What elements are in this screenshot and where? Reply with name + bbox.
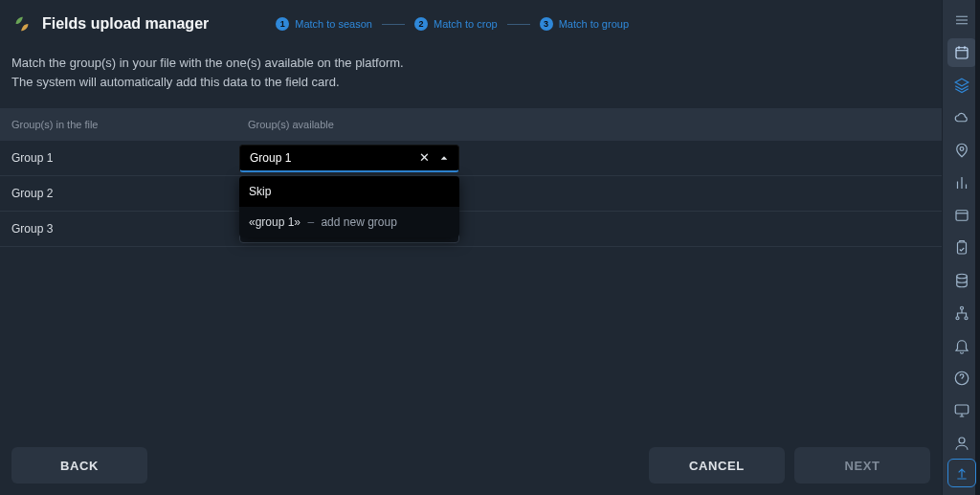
add-new-label: add new group (321, 215, 396, 229)
add-new-quote: «group 1» (249, 215, 301, 229)
right-rail (942, 0, 980, 495)
step-3[interactable]: 3 Match to group (540, 17, 629, 31)
calendar-icon[interactable] (947, 38, 976, 67)
step-indicator: 1 Match to season 2 Match to crop 3 Matc… (276, 17, 629, 31)
menu-icon[interactable] (947, 6, 976, 34)
svg-point-1 (960, 147, 964, 151)
group-file-label: Group 1 (0, 151, 236, 165)
step-2[interactable]: 2 Match to crop (414, 17, 498, 31)
chevron-up-icon[interactable] (439, 153, 449, 163)
svg-rect-9 (955, 405, 969, 414)
close-icon[interactable]: ✕ (419, 151, 430, 164)
svg-point-7 (965, 317, 968, 320)
clipboard-icon[interactable] (947, 234, 976, 262)
user-icon[interactable] (947, 429, 976, 458)
svg-rect-0 (956, 48, 968, 58)
group-file-label: Group 3 (0, 222, 236, 236)
page-title: Fields upload manager (42, 15, 209, 33)
window-icon[interactable] (947, 201, 976, 230)
svg-point-4 (956, 274, 967, 279)
app-logo (11, 13, 33, 34)
next-button[interactable]: NEXT (794, 447, 930, 484)
step-1[interactable]: 1 Match to season (276, 17, 372, 31)
layers-icon[interactable] (947, 71, 976, 100)
add-new-dash: – (307, 215, 314, 229)
table-row: Group 1 Group 1 ✕ Skip «group 1» – (0, 141, 942, 176)
column-header-available: Group(s) available (236, 119, 942, 130)
svg-rect-2 (956, 211, 968, 221)
hierarchy-icon[interactable] (947, 299, 976, 327)
scrollbar[interactable] (975, 0, 980, 495)
step-1-label: Match to season (295, 18, 372, 30)
database-icon[interactable] (947, 266, 976, 295)
step-1-badge: 1 (276, 17, 289, 31)
step-3-badge: 3 (540, 17, 553, 31)
page-description: Match the group(s) in your file with the… (0, 44, 431, 108)
pin-icon[interactable] (947, 136, 976, 165)
table-row: Group 3 Group name (0, 212, 942, 247)
help-icon[interactable] (947, 364, 976, 393)
group-select-dropdown: Skip «group 1» – add new group (239, 176, 459, 237)
cancel-button[interactable]: CANCEL (649, 447, 785, 484)
select-value: Group 1 (250, 151, 291, 165)
back-button[interactable]: BACK (11, 447, 147, 484)
cloud-icon[interactable] (947, 103, 976, 132)
svg-point-6 (956, 317, 959, 320)
step-3-label: Match to group (559, 18, 629, 30)
bar-chart-icon[interactable] (947, 169, 976, 197)
group-select[interactable]: Group 1 ✕ (239, 145, 459, 172)
column-header-file: Group(s) in the file (0, 119, 236, 130)
svg-rect-3 (957, 242, 966, 254)
step-2-badge: 2 (414, 17, 428, 31)
group-file-label: Group 2 (0, 187, 236, 200)
monitor-icon[interactable] (947, 396, 976, 425)
step-connector (507, 24, 530, 25)
dropdown-option-add-new[interactable]: «group 1» – add new group (239, 207, 459, 237)
table-header: Group(s) in the file Group(s) available (0, 108, 942, 141)
svg-point-5 (960, 306, 963, 309)
footer-actions: BACK CANCEL NEXT (0, 436, 942, 495)
dropdown-option-skip[interactable]: Skip (239, 176, 459, 207)
svg-point-10 (959, 438, 965, 443)
step-connector (382, 24, 405, 25)
step-2-label: Match to crop (434, 18, 498, 30)
bell-icon[interactable] (947, 331, 976, 360)
table-row: Group 2 Group name (0, 176, 942, 212)
upload-icon[interactable] (947, 459, 976, 487)
